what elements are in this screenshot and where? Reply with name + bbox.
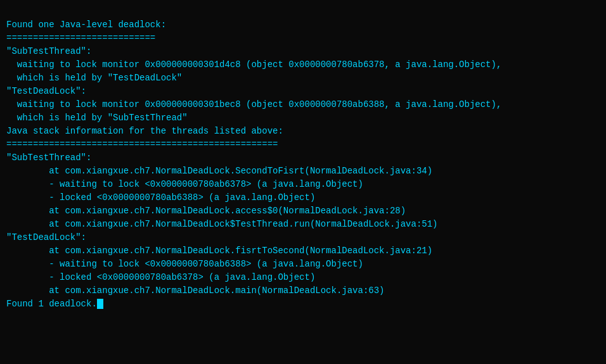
terminal-line: Java stack information for the threads l… bbox=[6, 125, 600, 138]
terminal-line: Found one Java-level deadlock: bbox=[6, 18, 600, 32]
terminal-line: at com.xiangxue.ch7.NormalDeadLock.main(… bbox=[6, 284, 600, 298]
terminal-line: - waiting to lock <0x0000000780ab6378> (… bbox=[6, 178, 600, 191]
terminal-line: "TestDeadLock": bbox=[6, 85, 600, 98]
terminal-line: at com.xiangxue.ch7.NormalDeadLock.acces… bbox=[6, 204, 600, 218]
terminal-line: - waiting to lock <0x0000000780ab6388> (… bbox=[6, 258, 600, 271]
terminal-line: ============================ bbox=[6, 32, 600, 45]
terminal-line: at com.xiangxue.ch7.NormalDeadLock.Secon… bbox=[6, 165, 600, 178]
terminal-line: which is held by "SubTestThread" bbox=[6, 111, 600, 125]
terminal-output: Found one Java-level deadlock:==========… bbox=[6, 5, 600, 311]
terminal-line: "SubTestThread": bbox=[6, 151, 600, 165]
terminal-line: waiting to lock monitor 0x000000000301be… bbox=[6, 98, 600, 111]
terminal-line: which is held by "TestDeadLock" bbox=[6, 72, 600, 85]
terminal-line: "TestDeadLock": bbox=[6, 231, 600, 244]
terminal-line: at com.xiangxue.ch7.NormalDeadLock.fisrt… bbox=[6, 244, 600, 258]
terminal-line: "SubTestThread": bbox=[6, 45, 600, 58]
terminal-line: ========================================… bbox=[6, 138, 600, 151]
terminal-line: Found 1 deadlock. bbox=[6, 298, 600, 311]
terminal-cursor bbox=[97, 299, 103, 309]
terminal-line: waiting to lock monitor 0x000000000301d4… bbox=[6, 58, 600, 72]
terminal-line: - locked <0x0000000780ab6388> (a java.la… bbox=[6, 191, 600, 204]
terminal-line: at com.xiangxue.ch7.NormalDeadLock$TestT… bbox=[6, 218, 600, 231]
terminal-line: - locked <0x0000000780ab6378> (a java.la… bbox=[6, 271, 600, 284]
